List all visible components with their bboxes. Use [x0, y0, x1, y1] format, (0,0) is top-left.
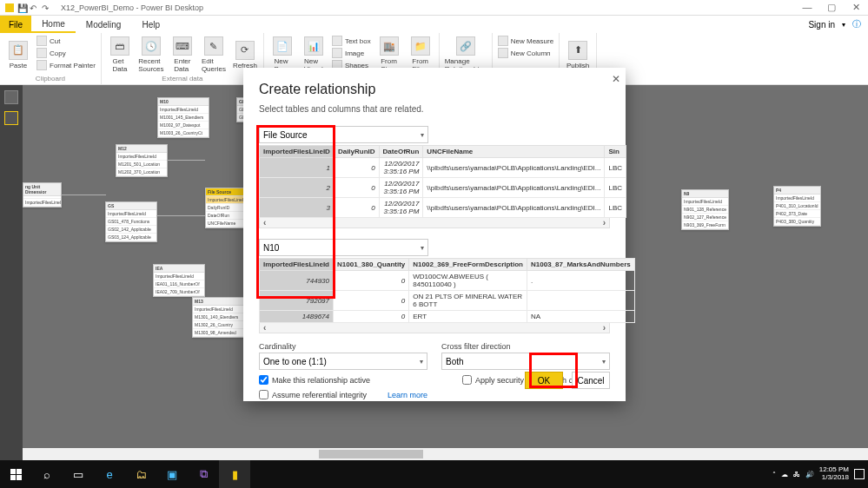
powerbi-icon[interactable]: ▮ [219, 460, 250, 488]
chk-active[interactable] [259, 375, 268, 385]
notifications-icon[interactable] [854, 469, 865, 479]
chevron-down-icon[interactable]: ▾ [842, 21, 845, 29]
close-button[interactable]: ✕ [844, 2, 868, 13]
clock[interactable]: 12:05 PM 1/3/2018 [819, 466, 849, 482]
cfd-value: Both [446, 357, 464, 366]
table-node-iea[interactable]: IEA ImportedFilesLineIdIEA01_116_NumberO… [153, 264, 205, 297]
t1-col-2[interactable]: DateOfRun [379, 146, 423, 158]
task-view-icon[interactable]: ▭ [63, 460, 94, 488]
format-painter-button[interactable]: Format Painter [36, 59, 96, 71]
cut-button[interactable]: Cut [36, 35, 96, 47]
table1-select-value: File Source [263, 130, 308, 140]
t2-col-2[interactable]: N1002_369_FreeFormDescription [409, 259, 527, 271]
edge-icon[interactable]: e [94, 460, 125, 488]
scroll-right-icon[interactable]: › [603, 323, 606, 333]
table-node-p4[interactable]: P4 ImportedFilesLineIdP401_310_LocationI… [773, 186, 821, 227]
enter-data-button[interactable]: ⌨Enter Data [169, 35, 195, 75]
t2-col-1[interactable]: N1001_380_Quantity [334, 259, 409, 271]
tab-home[interactable]: Home [31, 16, 76, 33]
cancel-button[interactable]: Cancel [572, 372, 610, 389]
app-icon [5, 3, 14, 12]
signin-link[interactable]: Sign in [808, 20, 835, 30]
cardinality-value: One to one (1:1) [263, 357, 327, 366]
canvas-h-scrollbar[interactable] [23, 448, 868, 460]
dialog-footer: OK Cancel [525, 372, 610, 389]
chk-security-filter[interactable] [462, 375, 472, 385]
vs-icon[interactable]: ⧉ [188, 460, 219, 488]
table-node-m12[interactable]: M12 ImportedFilesLineIdM1201_501_Locatio… [116, 144, 168, 177]
chk-active-label: Make this relationship active [272, 376, 370, 385]
app-icon-1[interactable]: ▣ [156, 460, 188, 488]
table2-select[interactable]: N10▾ [259, 239, 428, 256]
t1-col-0[interactable]: ImportedFilesLineID [260, 146, 335, 158]
t2-h-scroll[interactable]: ‹› [259, 323, 610, 333]
text-box-button[interactable]: Text box [332, 35, 371, 47]
t1-h-scroll[interactable]: ‹› [259, 218, 610, 228]
table-node-gs[interactable]: GS ImportedFilesLineIdGS01_478_Functions… [105, 201, 157, 242]
volume-icon[interactable]: 🔊 [805, 471, 814, 478]
table-node-n9[interactable]: N9 ImportedFilesLineIdN901_128_Reference… [681, 189, 729, 230]
model-view-icon[interactable] [4, 111, 18, 125]
t2-col-3[interactable]: N1003_87_MarksAndNumbers [527, 259, 635, 271]
t1-col-4[interactable]: Sin [605, 146, 626, 158]
image-button[interactable]: Image [332, 47, 371, 59]
paste-button[interactable]: 📋Paste [5, 35, 31, 75]
table-node-m13[interactable]: M13 ImportedFilesLineIdM1301_140_Etendie… [192, 297, 244, 338]
table2-preview: ImportedFilesLineId N1001_380_Quantity N… [259, 258, 610, 333]
tab-modeling[interactable]: Modeling [76, 16, 132, 33]
network-icon[interactable]: 🖧 [793, 471, 800, 478]
group-clipboard-label: Clipboard [5, 75, 96, 82]
dialog-subtitle: Select tables and columns that are relat… [259, 104, 610, 114]
new-measure-button[interactable]: New Measure [498, 35, 553, 47]
cardinality-label: Cardinality [259, 342, 427, 351]
recent-sources-button[interactable]: 🕓Recent Sources [138, 35, 164, 75]
cfd-label: Cross filter direction [441, 342, 610, 351]
edit-queries-button[interactable]: ✎Edit Queries [201, 35, 227, 75]
table1-select[interactable]: File Source▾ [259, 126, 428, 143]
explorer-icon[interactable]: 🗂 [125, 460, 156, 488]
scroll-right-icon[interactable]: › [603, 218, 606, 228]
table1-preview: ImportedFilesLineID DailyRunID DateOfRun… [259, 145, 610, 228]
cloud-icon[interactable]: ☁ [781, 471, 788, 478]
scroll-left-icon[interactable]: ‹ [263, 323, 266, 333]
table2-select-value: N10 [263, 243, 279, 253]
undo-icon[interactable]: ↶ [30, 3, 38, 12]
learn-more-link[interactable]: Learn more [388, 391, 427, 399]
chevron-down-icon: ▾ [421, 244, 424, 252]
save-icon[interactable]: 💾 [17, 3, 26, 12]
system-tray[interactable]: ˄ ☁ 🖧 🔊 12:05 PM 1/3/2018 [772, 466, 868, 482]
chk-ref-integrity[interactable] [259, 390, 268, 399]
view-rail [0, 85, 23, 460]
start-button[interactable] [0, 460, 31, 488]
new-column-button[interactable]: New Column [498, 47, 553, 59]
minimize-button[interactable]: — [795, 2, 819, 13]
file-menu[interactable]: File [0, 16, 31, 33]
tab-help[interactable]: Help [131, 16, 170, 33]
scrollbar-thumb[interactable] [319, 450, 423, 458]
cfd-select[interactable]: Both▾ [441, 353, 610, 370]
chevron-down-icon: ▾ [421, 131, 424, 139]
scroll-left-icon[interactable]: ‹ [263, 218, 266, 228]
cardinality-select[interactable]: One to one (1:1)▾ [259, 353, 427, 370]
window-title: X12_PowerBI_Demo - Power BI Desktop [56, 3, 795, 12]
t2-col-0[interactable]: ImportedFilesLineId [260, 259, 334, 271]
search-icon[interactable]: ⌕ [31, 460, 63, 488]
quick-access: 💾 ↶ ↷ [0, 3, 56, 12]
chk-ref-integrity-label: Assume referential integrity [272, 391, 367, 399]
tray-chevron-icon[interactable]: ˄ [772, 471, 776, 478]
table-node-unit[interactable]: ng Unit Dimensior ImportedFilesLineId [23, 182, 62, 208]
ok-button[interactable]: OK [525, 372, 563, 389]
t1-col-1[interactable]: DailyRunID [334, 146, 379, 158]
chevron-down-icon: ▾ [602, 358, 606, 366]
group-data-label: External data [107, 75, 258, 82]
table-node-m10[interactable]: M10 ImportedFilesLineIdM1001_145_Etendie… [157, 97, 209, 138]
title-bar: 💾 ↶ ↷ X12_PowerBI_Demo - Power BI Deskto… [0, 0, 868, 16]
report-view-icon[interactable] [4, 90, 18, 104]
help-icon[interactable]: ⓘ [852, 18, 861, 30]
maximize-button[interactable]: ▢ [819, 2, 844, 13]
t1-col-3[interactable]: UNCFileName [423, 146, 605, 158]
dialog-close-icon[interactable]: ✕ [612, 73, 620, 85]
get-data-button[interactable]: 🗃Get Data [107, 35, 133, 75]
copy-button[interactable]: Copy [36, 47, 96, 59]
redo-icon[interactable]: ↷ [42, 3, 50, 12]
